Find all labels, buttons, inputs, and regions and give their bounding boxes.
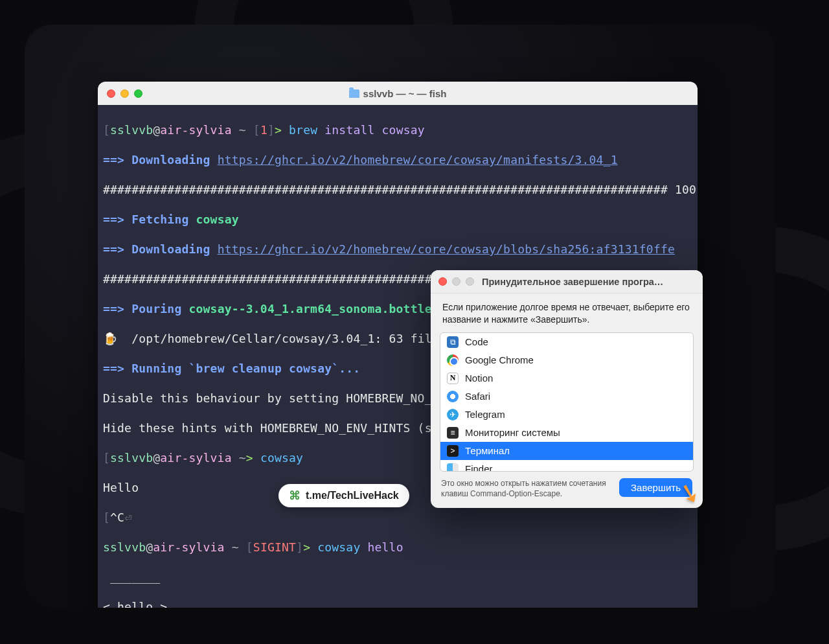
app-label: Терминал <box>465 445 510 456</box>
force-quit-button[interactable]: Завершить <box>619 478 692 497</box>
force-quit-dialog: Принудительное завершение програ… Если п… <box>431 270 703 508</box>
app-row-telegram[interactable]: ✈Telegram <box>440 406 693 424</box>
terminal-icon: > <box>447 445 459 457</box>
app-label: Safari <box>465 391 490 402</box>
app-list[interactable]: ⧉CodeGoogle ChromeNNotionSafari✈Telegram… <box>440 332 694 472</box>
beer-icon: 🍺 <box>103 332 117 345</box>
cowsay-output: _______ <box>98 569 698 584</box>
notion-icon: N <box>447 373 459 384</box>
prompt-user: sslvvb <box>110 123 153 137</box>
app-label: Мониторинг системы <box>465 427 560 438</box>
prompt-host: air-sylvia <box>160 123 231 137</box>
finder-icon <box>447 463 459 472</box>
app-label: Telegram <box>465 409 505 420</box>
dialog-hint: Это окно можно открыть нажатием сочетани… <box>441 478 611 499</box>
dialog-close-button[interactable] <box>438 277 447 286</box>
minimize-button[interactable] <box>120 89 129 98</box>
terminal-titlebar: sslvvb — ~ — fish <box>98 82 698 105</box>
app-row-activity[interactable]: ≡Мониторинг системы <box>440 424 693 442</box>
zoom-button[interactable] <box>134 89 142 98</box>
dialog-title: Принудительное завершение програ… <box>482 277 695 287</box>
app-row-code[interactable]: ⧉Code <box>440 333 693 351</box>
app-label: Notion <box>465 373 493 384</box>
app-row-chrome[interactable]: Google Chrome <box>440 351 693 369</box>
telegram-icon: ✈ <box>447 409 459 420</box>
folder-icon <box>349 89 359 98</box>
cmd-cowsay: cowsay <box>260 451 303 465</box>
dialog-zoom-button <box>466 277 474 286</box>
dialog-minimize-button <box>452 277 460 286</box>
app-row-safari[interactable]: Safari <box>440 387 693 406</box>
close-button[interactable] <box>107 89 115 98</box>
download-url-1: https://ghcr.io/v2/homebrew/core/cowsay/… <box>218 153 618 167</box>
app-row-notion[interactable]: NNotion <box>440 369 693 387</box>
ctrl-c: ^C <box>110 511 124 524</box>
app-row-finder[interactable]: Finder <box>440 460 693 472</box>
content-frame: sslvvb — ~ — fish [sslvvb@air-sylvia ~ [… <box>25 25 776 608</box>
telegram-logo-icon: ⌘ <box>289 489 301 503</box>
terminal-title: sslvvb — ~ — fish <box>363 88 447 99</box>
code-icon: ⧉ <box>447 336 459 348</box>
chrome-icon <box>447 354 459 366</box>
app-label: Finder <box>465 463 493 472</box>
app-label: Code <box>465 336 488 347</box>
app-row-terminal[interactable]: >Терминал <box>440 442 693 460</box>
app-label: Google Chrome <box>465 354 534 365</box>
cmd-brew: brew <box>289 123 317 137</box>
dialog-titlebar: Принудительное завершение програ… <box>431 270 703 293</box>
download-url-2: https://ghcr.io/v2/homebrew/core/cowsay/… <box>218 242 675 256</box>
safari-icon <box>447 391 459 402</box>
activity-icon: ≡ <box>447 427 459 439</box>
watermark-badge: ⌘ t.me/TechLiveHack <box>278 484 409 507</box>
progress-bar-1: ########################################… <box>98 182 698 197</box>
dialog-message: Если приложение долгое время не отвечает… <box>431 293 703 332</box>
